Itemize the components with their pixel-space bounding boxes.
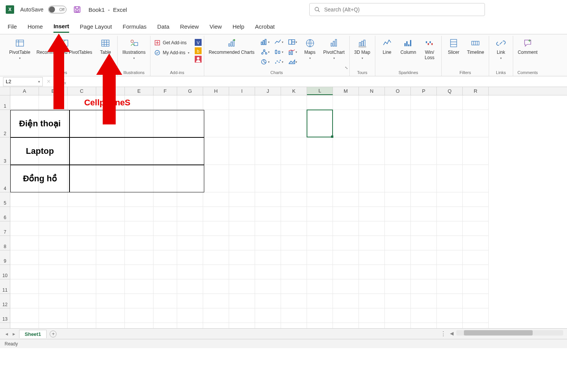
cell-L11[interactable] bbox=[307, 279, 333, 294]
cell-H7[interactable] bbox=[203, 221, 229, 236]
cell-B13[interactable] bbox=[39, 308, 68, 323]
search-box[interactable]: Search (Alt+Q) bbox=[309, 3, 485, 16]
cell-I9[interactable] bbox=[229, 250, 255, 265]
cell-A11[interactable] bbox=[10, 279, 39, 294]
cell-P8[interactable] bbox=[411, 236, 437, 250]
row-header-1[interactable]: 1 bbox=[0, 95, 10, 110]
cell-R3[interactable] bbox=[463, 137, 489, 165]
cell-R2[interactable] bbox=[463, 110, 489, 137]
cell-E8[interactable] bbox=[125, 236, 153, 250]
col-header-B[interactable]: B bbox=[39, 87, 68, 95]
cell-K9[interactable] bbox=[281, 250, 307, 265]
cell-N12[interactable] bbox=[359, 294, 385, 308]
table-cell-b2[interactable] bbox=[69, 110, 204, 137]
cell-A1[interactable] bbox=[10, 95, 39, 110]
cell-G5[interactable] bbox=[177, 192, 203, 207]
recommended-charts-button[interactable]: Recommended Charts bbox=[207, 37, 257, 56]
cell-M2[interactable] bbox=[333, 110, 359, 137]
cell-M9[interactable] bbox=[333, 250, 359, 265]
cell-C8[interactable] bbox=[68, 236, 96, 250]
cell-I7[interactable] bbox=[229, 221, 255, 236]
cell-O14[interactable] bbox=[385, 323, 411, 328]
cell-P10[interactable] bbox=[411, 265, 437, 279]
cell-M6[interactable] bbox=[333, 207, 359, 221]
cell-L1[interactable] bbox=[307, 95, 333, 110]
cell-K14[interactable] bbox=[281, 323, 307, 328]
chart-scatter-button[interactable]: ▾ bbox=[272, 57, 285, 66]
cell-A8[interactable] bbox=[10, 236, 39, 250]
col-header-A[interactable]: A bbox=[10, 87, 39, 95]
cell-I3[interactable] bbox=[229, 137, 255, 165]
cell-K12[interactable] bbox=[281, 294, 307, 308]
cell-P12[interactable] bbox=[411, 294, 437, 308]
cell-C5[interactable] bbox=[68, 192, 96, 207]
cell-N10[interactable] bbox=[359, 265, 385, 279]
cell-G6[interactable] bbox=[177, 207, 203, 221]
tab-insert[interactable]: Insert bbox=[53, 21, 69, 33]
row-header-2[interactable]: 2 bbox=[0, 110, 10, 137]
table-cell-b3[interactable] bbox=[69, 137, 204, 165]
cell-Q13[interactable] bbox=[437, 308, 463, 323]
cell-F9[interactable] bbox=[153, 250, 177, 265]
cell-H6[interactable] bbox=[203, 207, 229, 221]
cell-E5[interactable] bbox=[125, 192, 153, 207]
chart-column-button[interactable]: ▾ bbox=[258, 37, 271, 47]
cell-Q3[interactable] bbox=[437, 137, 463, 165]
cell-K4[interactable] bbox=[281, 165, 307, 192]
cell-L14[interactable] bbox=[307, 323, 333, 328]
cell-A10[interactable] bbox=[10, 265, 39, 279]
cell-R8[interactable] bbox=[463, 236, 489, 250]
cell-I10[interactable] bbox=[229, 265, 255, 279]
cell-D14[interactable] bbox=[96, 323, 125, 328]
cell-H5[interactable] bbox=[203, 192, 229, 207]
cell-C14[interactable] bbox=[68, 323, 96, 328]
cell-D1[interactable] bbox=[96, 95, 125, 110]
cell-H3[interactable] bbox=[203, 137, 229, 165]
cell-M5[interactable] bbox=[333, 192, 359, 207]
row-header-13[interactable]: 13 bbox=[0, 308, 10, 323]
tab-view[interactable]: View bbox=[210, 21, 222, 32]
table-cell-a4[interactable]: Đồng hồ bbox=[10, 165, 69, 192]
row-header-8[interactable]: 8 bbox=[0, 236, 10, 250]
add-sheet-button[interactable]: + bbox=[50, 331, 57, 337]
cell-O8[interactable] bbox=[385, 236, 411, 250]
cell-N1[interactable] bbox=[359, 95, 385, 110]
cell-I12[interactable] bbox=[229, 294, 255, 308]
cell-G8[interactable] bbox=[177, 236, 203, 250]
cell-I14[interactable] bbox=[229, 323, 255, 328]
people-addin-icon[interactable] bbox=[195, 56, 202, 63]
cell-D12[interactable] bbox=[96, 294, 125, 308]
cell-L9[interactable] bbox=[307, 250, 333, 265]
timeline-button[interactable]: Timeline bbox=[465, 37, 486, 56]
spreadsheet-grid[interactable]: ABCDEFGHIJKLMNOPQR 12345678910111213 Cel… bbox=[0, 87, 567, 328]
cell-L6[interactable] bbox=[307, 207, 333, 221]
cell-J5[interactable] bbox=[255, 192, 281, 207]
pivotchart-button[interactable]: PivotChart▾ bbox=[321, 37, 347, 61]
col-header-C[interactable]: C bbox=[68, 87, 96, 95]
cell-B11[interactable] bbox=[39, 279, 68, 294]
cell-J12[interactable] bbox=[255, 294, 281, 308]
cell-F10[interactable] bbox=[153, 265, 177, 279]
cell-L5[interactable] bbox=[307, 192, 333, 207]
cell-H14[interactable] bbox=[203, 323, 229, 328]
link-button[interactable]: Link▾ bbox=[491, 37, 510, 61]
cell-L3[interactable] bbox=[307, 137, 333, 165]
cell-I8[interactable] bbox=[229, 236, 255, 250]
cell-N2[interactable] bbox=[359, 110, 385, 137]
cell-M1[interactable] bbox=[333, 95, 359, 110]
row-header-10[interactable]: 10 bbox=[0, 265, 10, 279]
tab-file[interactable]: File bbox=[8, 21, 17, 32]
row-header-3[interactable]: 3 bbox=[0, 137, 10, 165]
sheet-nav-next[interactable]: ► bbox=[12, 332, 16, 336]
cancel-formula-icon[interactable]: ✕ bbox=[47, 79, 51, 84]
cell-A6[interactable] bbox=[10, 207, 39, 221]
row-header-11[interactable]: 11 bbox=[0, 279, 10, 294]
cell-C9[interactable] bbox=[68, 250, 96, 265]
col-header-G[interactable]: G bbox=[177, 87, 203, 95]
cell-G14[interactable] bbox=[177, 323, 203, 328]
sparkline-line-button[interactable]: Line bbox=[378, 37, 397, 56]
cell-C12[interactable] bbox=[68, 294, 96, 308]
cell-M7[interactable] bbox=[333, 221, 359, 236]
col-header-D[interactable]: D bbox=[96, 87, 125, 95]
cell-Q14[interactable] bbox=[437, 323, 463, 328]
